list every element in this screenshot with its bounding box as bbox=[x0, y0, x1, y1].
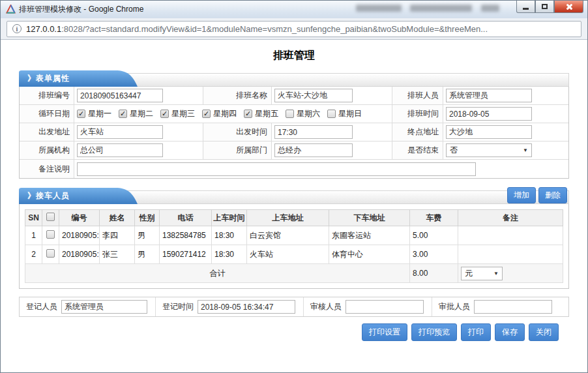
minimize-button[interactable] bbox=[516, 1, 535, 13]
table-total-row: 合计 8.00 元▼ bbox=[25, 264, 563, 283]
background-window-blur bbox=[356, 5, 402, 12]
weekday-option: 星期六 bbox=[286, 108, 320, 119]
field-cell bbox=[443, 123, 568, 142]
col-header-select bbox=[42, 210, 59, 226]
col-header-gender: 性别 bbox=[135, 210, 160, 226]
cell-board-time: 18:30 bbox=[212, 226, 247, 245]
department-input[interactable] bbox=[274, 143, 353, 157]
print-button[interactable]: 打印 bbox=[461, 323, 491, 341]
register-time-input[interactable] bbox=[198, 300, 295, 314]
weekday-checkbox[interactable] bbox=[160, 110, 169, 118]
action-buttons: 打印设置 打印预览 打印 保存 关闭 bbox=[19, 323, 569, 341]
field-label: 审批人员 bbox=[432, 301, 474, 312]
cell-note bbox=[458, 245, 563, 264]
field-label: 所属部门 bbox=[203, 142, 272, 160]
url-host: 127.0.0.1 bbox=[26, 24, 61, 34]
cell-alight-addr: 体育中心 bbox=[329, 245, 410, 264]
print-preview-button[interactable]: 打印预览 bbox=[411, 323, 457, 341]
field-pair: 审批人员 bbox=[432, 297, 560, 316]
field-label: 所属机构 bbox=[20, 142, 74, 160]
passenger-table: SN 编号 姓名 性别 电话 上车时间 上车地址 下车地址 车费 备注 1 20… bbox=[25, 209, 563, 283]
window-titlebar[interactable]: 排班管理模块修改 - Google Chrome bbox=[1, 1, 587, 18]
close-icon bbox=[565, 3, 572, 10]
finished-select[interactable]: 否▼ bbox=[446, 143, 532, 157]
scheduler-input[interactable] bbox=[446, 89, 532, 102]
maximize-button[interactable] bbox=[535, 1, 554, 13]
col-header-fare: 车费 bbox=[410, 210, 458, 226]
row-checkbox[interactable] bbox=[46, 230, 55, 239]
url-path: :8028/?act=standard.modifyView&id=1&modu… bbox=[61, 24, 488, 34]
field-pair: 登记人员 bbox=[20, 297, 156, 316]
reviewer-input[interactable] bbox=[345, 300, 424, 314]
url-field[interactable]: i 127.0.0.1:8028/?act=standard.modifyVie… bbox=[7, 21, 581, 37]
table-row: 1 20180905: 李四 男 1382584785 18:30 白云宾馆 东… bbox=[25, 226, 563, 245]
cell-sn: 2 bbox=[25, 245, 42, 264]
weekday-checkbox[interactable] bbox=[244, 110, 252, 118]
close-button[interactable]: 关闭 bbox=[529, 323, 559, 341]
row-checkbox[interactable] bbox=[46, 249, 55, 258]
depart-time-input[interactable] bbox=[274, 125, 353, 139]
add-row-button[interactable]: 增加 bbox=[507, 187, 536, 203]
schedule-no-input[interactable] bbox=[77, 89, 163, 102]
field-label: 出发时间 bbox=[203, 123, 272, 142]
table-row: 2 20180905: 张三 男 1590271412 18:30 火车站 体育… bbox=[25, 245, 563, 264]
chevron-down-icon: ▼ bbox=[493, 271, 499, 276]
weekday-checkbox[interactable] bbox=[327, 110, 336, 118]
weekday-checkbox[interactable] bbox=[77, 110, 85, 118]
minimize-icon bbox=[523, 8, 529, 10]
organization-input[interactable] bbox=[77, 143, 163, 157]
col-header-name: 姓名 bbox=[100, 210, 135, 226]
total-unit-cell: 元▼ bbox=[458, 264, 563, 283]
field-cell bbox=[272, 142, 392, 160]
form-properties-box: 排班编号 排班名称 排班人员 循环日期 星期一 星期二 星期三 星期四 星期五 … bbox=[19, 87, 569, 179]
cell-no: 20180905: bbox=[59, 245, 100, 264]
address-bar: i 127.0.0.1:8028/?act=standard.modifyVie… bbox=[1, 18, 587, 40]
currency-select[interactable]: 元▼ bbox=[461, 267, 503, 280]
weekday-option: 星期五 bbox=[244, 108, 278, 119]
field-label: 排班名称 bbox=[203, 87, 272, 105]
save-button[interactable]: 保存 bbox=[495, 323, 525, 341]
col-header-board-addr: 上车地址 bbox=[247, 210, 329, 226]
chevron-down-icon: ▼ bbox=[523, 147, 528, 153]
field-cell bbox=[74, 87, 203, 105]
col-header-sn: SN bbox=[25, 210, 42, 226]
field-label: 排班时间 bbox=[392, 105, 443, 123]
schedule-time-input[interactable] bbox=[446, 107, 532, 121]
weekday-option: 星期日 bbox=[327, 108, 362, 119]
window-title: 排班管理模块修改 - Google Chrome bbox=[19, 4, 143, 15]
field-label: 循环日期 bbox=[20, 105, 74, 123]
field-cell bbox=[272, 87, 392, 105]
cycle-days-cell: 星期一 星期二 星期三 星期四 星期五 星期六 星期日 bbox=[74, 105, 392, 123]
page-info-icon[interactable]: i bbox=[12, 24, 22, 33]
field-label: 排班人员 bbox=[392, 87, 443, 105]
delete-row-button[interactable]: 删除 bbox=[538, 187, 567, 203]
cell-phone: 1382584785 bbox=[160, 226, 212, 245]
weekday-checkbox[interactable] bbox=[286, 110, 294, 118]
background-window-blur bbox=[410, 5, 472, 12]
weekday-checkbox[interactable] bbox=[202, 110, 211, 118]
print-settings-button[interactable]: 打印设置 bbox=[362, 323, 407, 341]
close-window-button[interactable] bbox=[554, 1, 583, 13]
browser-window: 排班管理模块修改 - Google Chrome i 127.0.0.1:802… bbox=[0, 0, 588, 373]
end-address-input[interactable] bbox=[446, 125, 532, 139]
cell-name: 张三 bbox=[100, 245, 135, 264]
depart-address-input[interactable] bbox=[77, 125, 163, 139]
schedule-name-input[interactable] bbox=[274, 89, 353, 102]
weekday-checkbox[interactable] bbox=[119, 110, 127, 118]
weekday-option: 星期二 bbox=[119, 108, 153, 119]
registrar-input[interactable] bbox=[61, 300, 147, 314]
field-label: 审核人员 bbox=[304, 301, 345, 312]
col-header-alight-addr: 下车地址 bbox=[329, 210, 410, 226]
cell-board-addr: 火车站 bbox=[247, 245, 329, 264]
total-fare: 8.00 bbox=[410, 264, 458, 283]
remark-input[interactable] bbox=[77, 162, 476, 176]
maximize-icon bbox=[542, 4, 548, 9]
form-section-header: 》表单属性 bbox=[19, 70, 569, 87]
passenger-section-header: 》接车人员 增加 删除 bbox=[19, 188, 569, 204]
select-all-checkbox[interactable] bbox=[46, 213, 55, 221]
approver-input[interactable] bbox=[474, 300, 552, 314]
section-arrow-icon: 》 bbox=[27, 191, 36, 200]
section-arrow-icon: 》 bbox=[27, 74, 36, 83]
field-cell bbox=[74, 160, 568, 178]
field-cell bbox=[443, 87, 568, 105]
